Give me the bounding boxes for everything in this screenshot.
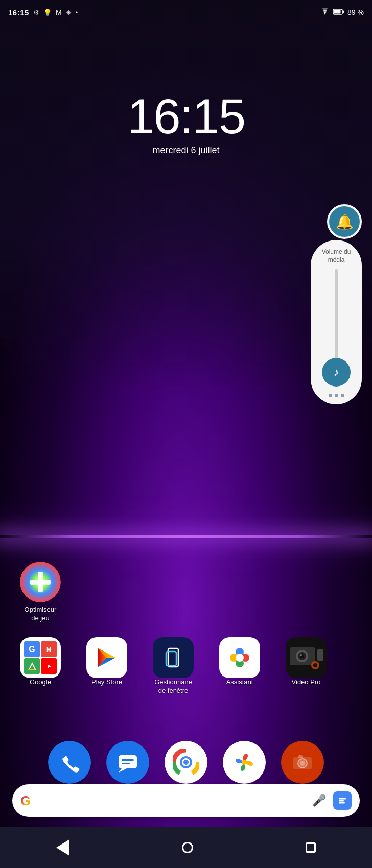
volume-bell-button[interactable]: 🔔 (327, 204, 362, 239)
app-game-optimizer[interactable]: Optimiseurde jeu (12, 562, 68, 623)
svg-point-17 (236, 654, 244, 662)
svg-rect-43 (339, 802, 345, 804)
dot-icon: • (76, 9, 78, 16)
status-bar: 16:15 ⚙ 💡 M ✳ • 89 % (0, 0, 372, 25)
vol-dot-2 (335, 394, 338, 397)
svg-rect-23 (317, 649, 323, 661)
status-time: 16:15 (8, 8, 29, 17)
home-circle-icon (182, 842, 193, 853)
clock-date: mercredi 6 juillet (0, 145, 372, 156)
svg-point-38 (300, 761, 305, 766)
svg-rect-39 (298, 755, 303, 758)
app-video-pro[interactable]: Video Pro (278, 637, 334, 695)
svg-rect-42 (339, 800, 344, 802)
camera-icon (291, 751, 314, 774)
app-google[interactable]: G M Google (12, 637, 68, 695)
svg-rect-29 (122, 759, 134, 761)
app-window-manager[interactable]: Gestionnairede fenêtre (145, 637, 201, 695)
svg-marker-6 (29, 663, 35, 669)
volume-label: Volume du média (311, 248, 362, 264)
dock-messages[interactable] (106, 741, 149, 784)
nav-home-button[interactable] (182, 842, 193, 853)
battery-icon (333, 9, 344, 16)
dock-phone[interactable] (48, 741, 91, 784)
svg-rect-5 (30, 580, 51, 585)
app-row-1: Optimiseurde jeu (12, 562, 360, 623)
messages-icon (117, 751, 139, 774)
game-optimizer-label: Optimiseurde jeu (25, 606, 57, 623)
wifi-icon (320, 8, 330, 17)
play-store-label: Play Store (91, 678, 122, 687)
phone-icon (59, 752, 80, 773)
svg-marker-28 (119, 768, 127, 773)
svg-point-26 (313, 663, 317, 667)
dock-camera[interactable] (281, 741, 324, 784)
dock-row (0, 741, 372, 784)
svg-rect-1 (334, 10, 341, 13)
bell-icon: 🔔 (336, 213, 354, 230)
svg-rect-27 (119, 755, 137, 768)
google-label: Google (30, 678, 51, 687)
window-manager-label: Gestionnairede fenêtre (154, 678, 192, 695)
svg-point-24 (300, 654, 302, 656)
svg-point-35 (242, 760, 247, 765)
app-assistant[interactable]: Assistant (212, 637, 268, 695)
app-play-store[interactable]: Play Store (79, 637, 135, 695)
volume-panel: 🔔 Volume du média ♪ (311, 240, 362, 404)
nav-recents-button[interactable] (306, 842, 316, 853)
vol-dot-3 (341, 394, 344, 397)
volume-thumb[interactable]: ♪ (322, 358, 351, 387)
svg-point-34 (183, 760, 189, 765)
volume-slider[interactable]: ♪ (335, 269, 338, 387)
app-row-2: G M Google (12, 637, 360, 695)
vol-dot-1 (329, 394, 332, 397)
search-lens-button[interactable] (333, 791, 352, 810)
status-right: 89 % (320, 8, 364, 17)
dock-photos[interactable] (223, 741, 266, 784)
wind-icon: ✳ (66, 9, 72, 16)
back-triangle-icon (56, 839, 69, 856)
recents-square-icon (306, 842, 316, 853)
status-left: 16:15 ⚙ 💡 M ✳ • (8, 8, 78, 17)
music-note-icon: ♪ (334, 366, 339, 379)
game-optimizer-icon (20, 562, 61, 602)
svg-rect-41 (339, 798, 346, 800)
play-store-icon (86, 637, 127, 678)
video-pro-label: Video Pro (292, 678, 321, 687)
app-grid: Optimiseurde jeu G M (0, 562, 372, 710)
clock-display: 16:15 (0, 92, 372, 141)
nav-back-button[interactable] (56, 839, 69, 856)
settings-icon: ⚙ (33, 9, 39, 16)
bulb-icon: 💡 (43, 9, 52, 16)
chrome-icon (173, 749, 199, 776)
search-bar[interactable]: G 🎤 (12, 784, 360, 817)
assistant-icon (219, 637, 260, 678)
dock-chrome[interactable] (165, 741, 207, 784)
svg-rect-2 (343, 10, 344, 13)
search-mic-button[interactable]: 🎤 (312, 794, 326, 807)
clock-area: 16:15 mercredi 6 juillet (0, 92, 372, 156)
svg-rect-30 (122, 763, 130, 764)
assistant-label: Assistant (226, 678, 253, 687)
nav-bar (0, 827, 372, 868)
google-g-logo: G (20, 793, 31, 809)
volume-dots (329, 394, 344, 397)
battery-percent: 89 % (347, 8, 364, 16)
photos-icon (231, 750, 257, 775)
gmail-icon: M (56, 8, 62, 16)
video-pro-icon (286, 637, 327, 678)
window-manager-icon (153, 637, 194, 678)
google-icon: G M (20, 637, 61, 678)
